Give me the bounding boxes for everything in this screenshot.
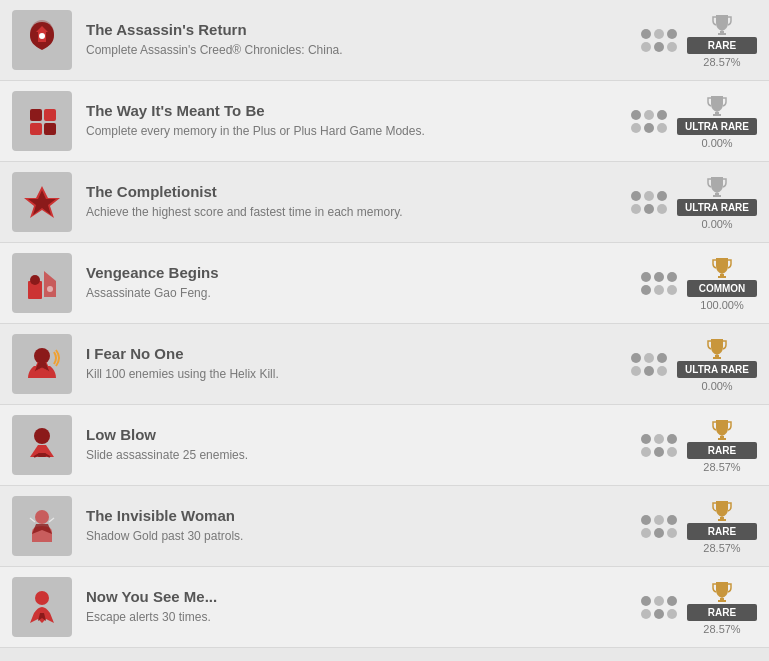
- trophy-rarity-low-blow: RARE 28.57%: [687, 418, 757, 473]
- trophy-rarity-invisible-woman: RARE 28.57%: [687, 499, 757, 554]
- svg-rect-23: [718, 438, 726, 440]
- achievement-right-assassins-return: RARE 28.57%: [641, 13, 757, 68]
- svg-rect-18: [715, 355, 719, 357]
- achievement-right-way-its-meant: ULTRA RARE 0.00%: [631, 94, 757, 149]
- dot-4: [644, 123, 654, 133]
- achievement-icon-i-fear-no-one: [12, 334, 72, 394]
- achievement-right-i-fear-no-one: ULTRA RARE 0.00%: [631, 337, 757, 392]
- achievement-desc-low-blow: Slide assassinate 25 enemies.: [86, 447, 631, 464]
- achievement-desc-i-fear-no-one: Kill 100 enemies using the Helix Kill.: [86, 366, 621, 383]
- achievement-title-low-blow: Low Blow: [86, 426, 631, 443]
- achievement-text-way-its-meant: The Way It's Meant To Be Complete every …: [86, 102, 631, 140]
- dot-2: [667, 272, 677, 282]
- achievement-icon-invisible-woman: [12, 496, 72, 556]
- achievement-desc-assassins-return: Complete Assassin's Creed® Chronicles: C…: [86, 42, 631, 59]
- dot-4: [654, 528, 664, 538]
- dots-grid-i-fear-no-one: [631, 353, 667, 376]
- rarity-badge-completionist: ULTRA RARE: [677, 199, 757, 216]
- trophy-icon-i-fear-no-one: [707, 337, 727, 359]
- achievement-text-vengeance-begins: Vengeance Begins Assassinate Gao Feng.: [86, 264, 641, 302]
- dots-grid-assassins-return: [641, 29, 677, 52]
- dot-3: [631, 123, 641, 133]
- dot-5: [667, 447, 677, 457]
- achievement-item-completionist: The Completionist Achieve the highest sc…: [0, 162, 769, 243]
- dot-0: [641, 515, 651, 525]
- achievement-title-completionist: The Completionist: [86, 183, 621, 200]
- dot-1: [654, 596, 664, 606]
- dot-1: [644, 353, 654, 363]
- rarity-pct-assassins-return: 28.57%: [703, 56, 740, 68]
- dot-3: [641, 447, 651, 457]
- dots-grid-invisible-woman: [641, 515, 677, 538]
- achievement-text-i-fear-no-one: I Fear No One Kill 100 enemies using the…: [86, 345, 631, 383]
- rarity-badge-low-blow: RARE: [687, 442, 757, 459]
- svg-rect-19: [713, 357, 721, 359]
- dots-grid-way-its-meant: [631, 110, 667, 133]
- trophy-rarity-vengeance-begins: COMMON 100.00%: [687, 256, 757, 311]
- dot-5: [657, 204, 667, 214]
- rarity-badge-i-fear-no-one: ULTRA RARE: [677, 361, 757, 378]
- dot-4: [644, 204, 654, 214]
- dot-5: [657, 123, 667, 133]
- dot-0: [641, 434, 651, 444]
- svg-point-20: [34, 428, 50, 444]
- achievement-desc-invisible-woman: Shadow Gold past 30 patrols.: [86, 528, 631, 545]
- svg-rect-10: [715, 193, 719, 195]
- dot-2: [667, 515, 677, 525]
- svg-point-29: [35, 591, 49, 605]
- dot-3: [631, 366, 641, 376]
- achievement-item-now-you-see-me: Now You See Me... Escape alerts 30 times…: [0, 567, 769, 648]
- achievement-title-now-you-see-me: Now You See Me...: [86, 588, 631, 605]
- trophy-icon-low-blow: [712, 418, 732, 440]
- svg-point-17: [34, 348, 50, 364]
- achievement-title-assassins-return: The Assassin's Return: [86, 21, 631, 38]
- achievement-text-low-blow: Low Blow Slide assassinate 25 enemies.: [86, 426, 641, 464]
- dot-0: [641, 272, 651, 282]
- svg-rect-3: [718, 33, 726, 35]
- rarity-pct-now-you-see-me: 28.57%: [703, 623, 740, 635]
- dot-1: [654, 434, 664, 444]
- rarity-badge-way-its-meant: ULTRA RARE: [677, 118, 757, 135]
- achievement-text-now-you-see-me: Now You See Me... Escape alerts 30 times…: [86, 588, 641, 626]
- rarity-badge-assassins-return: RARE: [687, 37, 757, 54]
- svg-rect-11: [713, 195, 721, 197]
- trophy-icon-way-its-meant: [707, 94, 727, 116]
- rarity-pct-way-its-meant: 0.00%: [701, 137, 732, 149]
- svg-line-25: [30, 518, 35, 522]
- trophy-icon-completionist: [707, 175, 727, 197]
- rarity-pct-vengeance-begins: 100.00%: [700, 299, 743, 311]
- dot-2: [657, 353, 667, 363]
- rarity-badge-vengeance-begins: COMMON: [687, 280, 757, 297]
- dot-0: [641, 29, 651, 39]
- achievement-icon-completionist: [12, 172, 72, 232]
- achievement-text-invisible-woman: The Invisible Woman Shadow Gold past 30 …: [86, 507, 641, 545]
- svg-rect-28: [718, 519, 726, 521]
- dot-1: [654, 29, 664, 39]
- dot-3: [631, 204, 641, 214]
- dot-3: [641, 528, 651, 538]
- achievement-icon-vengeance-begins: [12, 253, 72, 313]
- dot-1: [644, 191, 654, 201]
- dot-1: [654, 515, 664, 525]
- dot-0: [631, 353, 641, 363]
- trophy-rarity-completionist: ULTRA RARE 0.00%: [677, 175, 757, 230]
- dots-grid-now-you-see-me: [641, 596, 677, 619]
- dot-4: [654, 285, 664, 295]
- dot-4: [654, 447, 664, 457]
- achievement-icon-now-you-see-me: [12, 577, 72, 637]
- achievement-item-invisible-woman: The Invisible Woman Shadow Gold past 30 …: [0, 486, 769, 567]
- dot-4: [644, 366, 654, 376]
- achievement-title-vengeance-begins: Vengeance Begins: [86, 264, 631, 281]
- achievement-title-invisible-woman: The Invisible Woman: [86, 507, 631, 524]
- achievement-title-i-fear-no-one: I Fear No One: [86, 345, 621, 362]
- trophy-rarity-now-you-see-me: RARE 28.57%: [687, 580, 757, 635]
- svg-rect-7: [44, 123, 56, 135]
- svg-rect-27: [720, 517, 724, 519]
- achievement-text-completionist: The Completionist Achieve the highest sc…: [86, 183, 631, 221]
- achievement-title-way-its-meant: The Way It's Meant To Be: [86, 102, 621, 119]
- dots-grid-low-blow: [641, 434, 677, 457]
- rarity-badge-now-you-see-me: RARE: [687, 604, 757, 621]
- trophy-icon-invisible-woman: [712, 499, 732, 521]
- trophy-icon-now-you-see-me: [712, 580, 732, 602]
- rarity-pct-i-fear-no-one: 0.00%: [701, 380, 732, 392]
